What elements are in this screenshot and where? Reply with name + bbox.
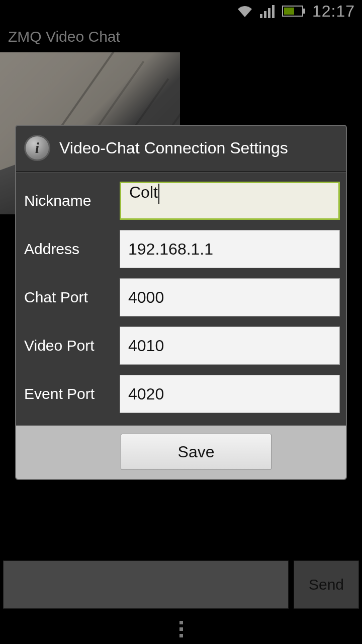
connection-settings-dialog: i Video-Chat Connection Settings Nicknam… (15, 125, 347, 480)
videoport-label: Video Port (22, 337, 113, 354)
chatport-input[interactable] (120, 278, 340, 316)
field-row-address: Address (22, 225, 340, 273)
text-caret (158, 184, 159, 204)
nickname-value: Colt (129, 183, 158, 201)
chatport-label: Chat Port (22, 289, 113, 306)
nickname-label: Nickname (22, 192, 113, 209)
save-button[interactable]: Save (121, 434, 272, 470)
dialog-footer: Save (16, 425, 346, 479)
field-row-videoport: Video Port (22, 321, 340, 370)
eventport-label: Event Port (22, 385, 113, 403)
address-input[interactable] (120, 230, 340, 268)
nickname-input[interactable]: Colt (120, 182, 340, 220)
field-row-chatport: Chat Port (22, 273, 340, 321)
field-row-nickname: Nickname Colt (22, 177, 340, 225)
address-label: Address (22, 240, 113, 258)
dialog-title: Video-Chat Connection Settings (59, 139, 288, 157)
field-row-eventport: Event Port (22, 370, 340, 418)
videoport-input[interactable] (120, 327, 340, 365)
dialog-body: Nickname Colt Address Chat Port Video Po… (16, 172, 346, 425)
info-icon: i (24, 135, 50, 161)
dialog-header: i Video-Chat Connection Settings (16, 126, 346, 172)
eventport-input[interactable] (120, 375, 340, 413)
